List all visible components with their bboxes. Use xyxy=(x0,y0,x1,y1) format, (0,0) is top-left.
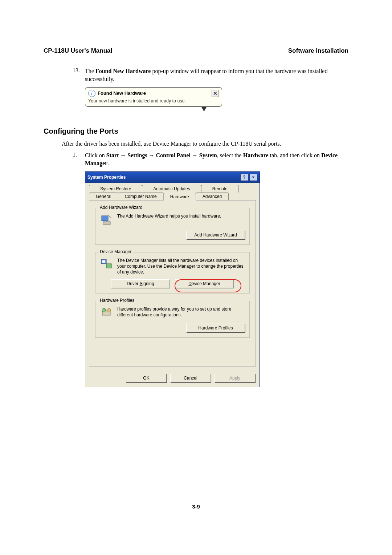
hardware-profiles-icon xyxy=(100,306,113,319)
intro-paragraph: After the driver has been installed, use… xyxy=(62,141,348,147)
tab-hardware[interactable]: Hardware xyxy=(163,193,196,200)
svg-rect-1 xyxy=(103,222,110,224)
button-row: Add Hardware Wizard xyxy=(100,231,245,239)
tab-row-top: System Restore Automatic Updates Remote xyxy=(89,185,256,193)
page-header: CP-118U User's Manual Software Installat… xyxy=(44,47,348,56)
dialog-titlebar[interactable]: System Properties ? × xyxy=(85,172,260,183)
hardware-tab-panel: Add Hardware Wizard The Add Hardware Wiz… xyxy=(89,200,256,366)
dialog-body: System Restore Automatic Updates Remote … xyxy=(85,183,260,370)
help-button[interactable]: ? xyxy=(240,174,248,181)
tab-advanced[interactable]: Advanced xyxy=(196,193,229,200)
balloon-tail xyxy=(201,106,207,112)
page-number: 3-9 xyxy=(44,503,348,510)
tab-computer-name[interactable]: Computer Name xyxy=(118,193,164,200)
balloon-tail-inner xyxy=(201,102,207,106)
svg-rect-4 xyxy=(106,264,111,268)
step-13: 13. The Found New Hardware pop-up window… xyxy=(73,67,348,84)
section-heading: Configuring the Ports xyxy=(44,127,348,135)
device-manager-icon xyxy=(100,258,113,271)
group-legend: Hardware Profiles xyxy=(98,298,136,303)
info-icon: i xyxy=(88,90,95,97)
svg-rect-5 xyxy=(102,260,105,263)
balloon-title-row: i Found New Hardware ✕ xyxy=(88,90,219,97)
hardware-profiles-group: Hardware Profiles Hardware profiles prov… xyxy=(95,301,250,338)
hardware-wizard-icon xyxy=(100,213,113,226)
tab-automatic-updates[interactable]: Automatic Updates xyxy=(142,185,201,193)
balloon-title: Found New Hardware xyxy=(98,90,146,96)
group-legend: Add Hardware Wizard xyxy=(98,205,144,210)
cancel-button[interactable]: Cancel xyxy=(170,374,211,382)
header-right: Software Installation xyxy=(288,47,348,54)
step-1: 1. Click on Start → Settings → Control P… xyxy=(73,151,348,168)
apply-button[interactable]: Apply xyxy=(215,374,255,382)
svg-point-8 xyxy=(107,308,111,312)
dialog-title: System Properties xyxy=(87,175,126,180)
balloon-body: Your new hardware is installed and ready… xyxy=(88,98,219,104)
ok-button[interactable]: OK xyxy=(126,374,167,382)
header-left: CP-118U User's Manual xyxy=(44,47,112,54)
tab-row-bottom: General Computer Name Hardware Advanced xyxy=(89,193,256,200)
tab-system-restore[interactable]: System Restore xyxy=(89,185,142,193)
svg-rect-0 xyxy=(102,216,108,221)
balloon-close-button[interactable]: ✕ xyxy=(212,90,219,97)
step-text: The Found New Hardware pop-up window wil… xyxy=(85,67,348,84)
add-hardware-wizard-group: Add Hardware Wizard The Add Hardware Wiz… xyxy=(95,208,250,245)
button-row: Driver Signing Device Manager xyxy=(100,279,245,288)
svg-point-7 xyxy=(102,308,106,312)
hardware-profiles-button[interactable]: Hardware Profiles xyxy=(186,324,245,332)
button-row: Hardware Profiles xyxy=(100,324,245,332)
system-properties-dialog: System Properties ? × System Restore Aut… xyxy=(85,171,260,387)
svg-line-2 xyxy=(108,215,111,218)
group-text: The Add Hardware Wizard helps you instal… xyxy=(117,213,221,226)
device-manager-group: Device Manager The Device Manager lists … xyxy=(95,252,250,294)
dialog-footer: OK Cancel Apply xyxy=(85,370,260,387)
step-number: 13. xyxy=(73,67,85,84)
driver-signing-button[interactable]: Driver Signing xyxy=(111,279,170,288)
balloon-tooltip: i Found New Hardware ✕ Your new hardware… xyxy=(85,87,348,116)
tab-remote[interactable]: Remote xyxy=(201,185,239,193)
document-page: CP-118U User's Manual Software Installat… xyxy=(0,0,392,531)
group-legend: Device Manager xyxy=(98,249,133,254)
tab-general[interactable]: General xyxy=(89,193,118,200)
step-number: 1. xyxy=(73,151,85,168)
group-text: Hardware profiles provide a way for you … xyxy=(117,306,245,319)
add-hardware-wizard-button[interactable]: Add Hardware Wizard xyxy=(186,231,245,239)
close-button[interactable]: × xyxy=(249,174,257,181)
group-text: The Device Manager lists all the hardwar… xyxy=(117,258,245,275)
step-text: Click on Start → Settings → Control Pane… xyxy=(85,151,348,168)
device-manager-button[interactable]: Device Manager xyxy=(175,279,234,288)
